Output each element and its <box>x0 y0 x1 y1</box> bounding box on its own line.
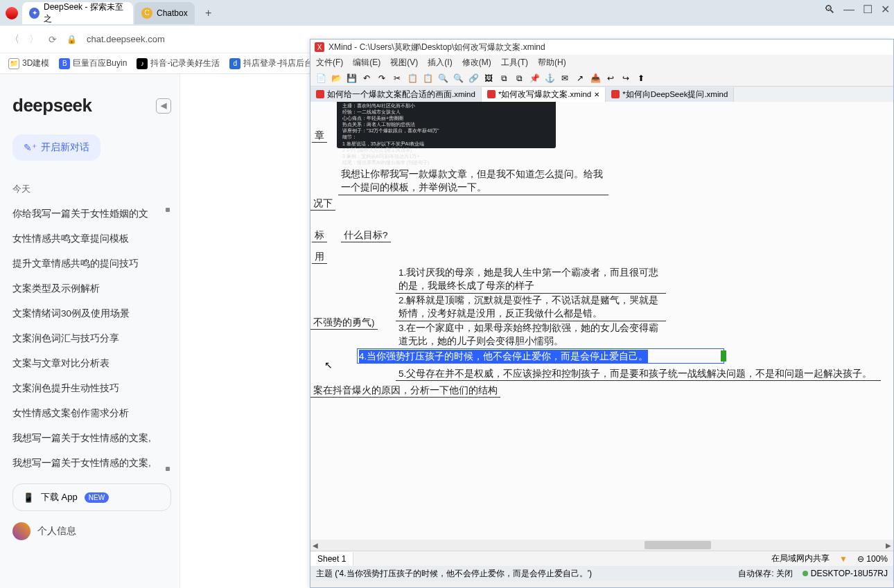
toolbar-icon[interactable]: ↩ <box>604 72 617 84</box>
mindmap-node[interactable]: 况下 <box>310 197 335 211</box>
toolbar-icon[interactable]: 📥 <box>589 72 602 84</box>
horizontal-scrollbar[interactable]: ◀ ▶ <box>310 540 893 551</box>
mindmap-node[interactable]: 5.父母存在并不是权威，不应该操控和控制孩子，而是要和孩子统一战线解决问题，不是… <box>396 368 881 381</box>
bookmark-item[interactable]: d抖店登录-抖店后台 <box>229 57 313 69</box>
lan-share-label[interactable]: 在局域网内共享 <box>766 553 835 564</box>
download-app-button[interactable]: 📱 下载 App NEW <box>12 483 171 511</box>
toolbar-icon[interactable]: 🔍 <box>437 72 449 84</box>
code-snippet-node[interactable]: 主播：喜欢时尚AI社区化而不胆小经验：一二线城市女孩女人心心痛点：年轻美丽+贵圈… <box>337 102 556 148</box>
file-icon <box>611 90 620 98</box>
toolbar-icon[interactable]: ⧉ <box>513 72 525 84</box>
chat-history-item[interactable]: 你给我写一篇关于女性婚姻的文 <box>12 208 171 220</box>
chat-history-item[interactable]: 文案情绪词30例及使用场景 <box>12 308 171 320</box>
search-icon[interactable]: 🔍︎ <box>824 3 835 16</box>
xmind-titlebar[interactable]: X XMind - C:\Users\莫欧娜\Desktop\如何改写爆款文案.… <box>310 39 893 55</box>
profile-link[interactable]: 个人信息 <box>12 522 171 540</box>
menu-view[interactable]: 视图(V) <box>390 57 418 69</box>
toolbar-icon[interactable]: 🔍 <box>452 72 464 84</box>
toolbar-icon[interactable]: ⧉ <box>498 72 510 84</box>
menu-help[interactable]: 帮助(H) <box>538 57 566 69</box>
mindmap-node-selected[interactable]: 4.当你强势打压孩子的时候，他不会停止爱你，而是会停止爱自己。 <box>359 350 648 364</box>
toolbar-icon[interactable]: ↗ <box>574 72 586 84</box>
bookmark-item[interactable]: B巨量百应Buyin <box>59 57 127 69</box>
toolbar-icon[interactable]: ⬆ <box>635 72 647 84</box>
mindmap-node[interactable]: 3.在一个家庭中，如果母亲始终控制欲强，她的女儿会变得霸道无比，她的儿子则会变得… <box>396 322 666 349</box>
tab-label: DeepSeek - 探索未至之 <box>44 1 126 25</box>
bookmark-item[interactable]: 📁3D建模 <box>8 57 49 69</box>
scroll-left-icon[interactable]: ◀ <box>310 542 320 549</box>
scroll-up-icon[interactable] <box>166 208 170 212</box>
sheet-tab[interactable]: Sheet 1 <box>310 552 353 566</box>
toolbar-icon[interactable]: 📂 <box>330 72 342 84</box>
toolbar-icon[interactable]: 🖼 <box>482 72 495 84</box>
status-topic: 主题 ('4.当你强势打压孩子的时候，他不会停止爱你，而是会停止爱自己。') <box>316 568 592 580</box>
mindmap-node[interactable]: 1.我讨厌我的母亲，她是我人生中第一个霸凌者，而且很可悲的是，我最终长成了母亲的… <box>396 267 666 294</box>
menu-modify[interactable]: 修改(M) <box>462 57 491 69</box>
toolbar-icon[interactable]: ↷ <box>376 72 388 84</box>
menu-file[interactable]: 文件(F) <box>316 57 343 69</box>
chat-history-item[interactable]: 提升文章情感共鸣的提问技巧 <box>12 258 171 270</box>
deepseek-logo: deepseek ◀ <box>12 95 171 116</box>
selection-handle-icon[interactable] <box>721 350 726 362</box>
new-tab-button[interactable]: + <box>200 5 217 21</box>
xmind-file-tab-active[interactable]: *如何改写爆款文案.xmind✕ <box>482 87 606 102</box>
chat-history-item[interactable]: 女性情感共鸣文章提问模板 <box>12 233 171 245</box>
scrollbar-track[interactable] <box>320 540 884 550</box>
mindmap-node[interactable]: 2.解释就是顶嘴，沉默就是耍性子，不说话就是赌气，哭就是矫情，没考好就是没用，反… <box>396 294 666 321</box>
bookmark-item[interactable]: ♪抖音-记录美好生活 <box>137 57 220 69</box>
close-tab-icon[interactable]: ✕ <box>594 91 599 98</box>
phone-icon: 📱 <box>23 492 34 503</box>
chat-history-item[interactable]: 文案与文章对比分析表 <box>12 357 171 370</box>
chat-history-item[interactable]: 文案类型及示例解析 <box>12 283 171 295</box>
mindmap-node[interactable]: 章 <box>312 130 327 143</box>
toolbar-icon[interactable]: ↪ <box>620 72 632 84</box>
toolbar-icon[interactable]: 💾 <box>345 72 358 84</box>
chat-history-item[interactable]: 我想写一篇关于女性情感的文案, <box>12 457 171 470</box>
zoom-level[interactable]: ⊖ 100% <box>852 554 893 564</box>
collapse-sidebar-icon[interactable]: ◀ <box>156 98 171 114</box>
tab-favicon-icon: C <box>141 8 152 19</box>
scroll-down-icon[interactable] <box>166 467 170 471</box>
section-title: 今天 <box>12 183 171 195</box>
chat-history-item[interactable]: 文案润色提升生动性技巧 <box>12 382 171 395</box>
chat-history-item[interactable]: 女性情感文案创作需求分析 <box>12 407 171 420</box>
minimize-icon[interactable]: — <box>843 3 854 16</box>
xmind-canvas[interactable]: 主播：喜欢时尚AI社区化而不胆小经验：一二线城市女孩女人心心痛点：年轻美丽+贵圈… <box>310 102 893 540</box>
toolbar-icon[interactable]: ✉ <box>559 72 571 84</box>
chat-history-item[interactable]: 我想写一篇关于女性情感的文案, <box>12 432 171 445</box>
xmind-file-tab[interactable]: *如何向DeepSeek提问.xmind <box>606 87 734 102</box>
toolbar-icon[interactable]: 📋 <box>421 72 434 84</box>
menu-edit[interactable]: 编辑(E) <box>353 57 380 69</box>
back-icon[interactable]: 〈 <box>10 33 19 46</box>
browser-tab[interactable]: C Chatbox <box>134 2 195 24</box>
forward-icon[interactable]: 〉 <box>29 33 39 46</box>
mindmap-node[interactable]: 标 <box>312 229 327 242</box>
mindmap-node[interactable]: 不强势的勇气) <box>310 317 378 330</box>
menu-tools[interactable]: 工具(T) <box>501 57 528 69</box>
mindmap-node[interactable]: 什么目标? <box>341 229 391 242</box>
scroll-right-icon[interactable]: ▶ <box>884 542 893 549</box>
chat-history-item[interactable]: 文案润色词汇与技巧分享 <box>12 332 171 345</box>
browser-tab-active[interactable]: ✦ DeepSeek - 探索未至之 <box>22 2 133 24</box>
mindmap-node[interactable]: 用 <box>312 251 327 264</box>
close-icon[interactable]: ✕ <box>881 3 890 16</box>
mindmap-node[interactable]: 案在抖音爆火的原因，分析一下他们的结构 <box>310 384 500 398</box>
toolbar-icon[interactable]: ↶ <box>360 72 373 84</box>
toolbar-icon[interactable]: 🔗 <box>467 72 480 84</box>
filter-icon[interactable]: ▼ <box>835 554 852 564</box>
maximize-icon[interactable]: ☐ <box>863 3 873 16</box>
url-text[interactable]: chat.deepseek.com <box>87 34 165 44</box>
xmind-file-tab[interactable]: 如何给一个爆款文案配合适的画面.xmind <box>310 87 482 102</box>
scrollbar-thumb[interactable] <box>645 541 711 549</box>
toolbar-icon[interactable]: 📋 <box>406 72 419 84</box>
file-icon <box>316 90 324 98</box>
toolbar-icon[interactable]: ✂ <box>391 72 403 84</box>
lock-icon: 🔒 <box>67 35 77 44</box>
toolbar-icon[interactable]: ⚓ <box>543 72 556 84</box>
reload-icon[interactable]: ⟳ <box>49 34 57 45</box>
menu-insert[interactable]: 插入(I) <box>428 57 452 69</box>
mindmap-node[interactable]: 我想让你帮我写一款爆款文章，但是我不知道怎么提问。给我一个提问的模板，并举例说一… <box>338 168 608 195</box>
toolbar-icon[interactable]: 📌 <box>528 72 541 84</box>
toolbar-icon[interactable]: 📄 <box>315 72 327 84</box>
new-chat-button[interactable]: ✎⁺ 开启新对话 <box>12 134 100 161</box>
